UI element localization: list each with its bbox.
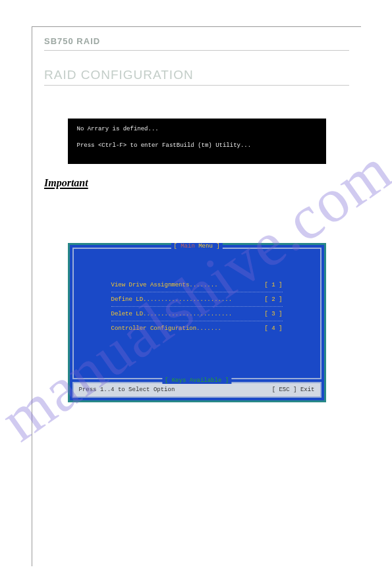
exit-label: Exit	[300, 387, 315, 393]
bios-main-menu-panel: [ Main Menu ] View Drive Assignments....…	[72, 248, 322, 379]
important-text: Be sure to enable the RAID function in B…	[44, 197, 349, 205]
menu-key: [ 3 ]	[264, 311, 282, 317]
document-header: SB750 RAID	[44, 36, 349, 51]
menu-key: [ 1 ]	[264, 282, 282, 288]
menu-item-view-drives[interactable]: View Drive Assignments........ [ 1 ]	[111, 278, 283, 292]
page-content: SB750 RAID RAID CONFIGURATION When the s…	[32, 26, 361, 566]
bios-keys-title: [ Keys Available ]	[162, 377, 231, 384]
menu-label: Define LD.........................	[111, 296, 233, 303]
menu-item-delete-ld[interactable]: Delete LD......................... [ 3 ]	[111, 307, 283, 321]
keys-exit-group: [ ESC ] Exit	[272, 387, 315, 393]
fastbuild-heading: FastBuild (tm) Utility	[44, 217, 349, 225]
menu-label: Delete LD.........................	[111, 311, 233, 317]
bios-keys-panel: [ Keys Available ] Press 1..4 to Select …	[72, 382, 322, 398]
bios-menu-list: View Drive Assignments........ [ 1 ] Def…	[111, 278, 283, 335]
menu-key: [ 4 ]	[264, 325, 282, 332]
section-title: RAID CONFIGURATION	[44, 68, 349, 86]
keys-instruction: Press 1..4 to Select Option	[79, 387, 175, 393]
bracket-right: ]	[216, 243, 219, 250]
intro-text: When the system powers on, press the <CT…	[44, 94, 349, 101]
title-menu-word: Menu	[198, 243, 213, 250]
esc-key-label: [ ESC ]	[272, 387, 297, 393]
bios-main-menu-title: [ Main Menu ]	[171, 243, 222, 250]
bracket-left: [	[173, 243, 177, 250]
title-main-word: Main	[181, 243, 195, 250]
menu-item-define-ld[interactable]: Define LD......................... [ 2 ]	[111, 292, 283, 307]
bios-screen: [ Main Menu ] View Drive Assignments....…	[68, 243, 326, 402]
menu-item-controller-config[interactable]: Controller Configuration....... [ 4 ]	[111, 321, 283, 335]
menu-key: [ 2 ]	[264, 296, 282, 303]
menu-label: View Drive Assignments........	[111, 282, 218, 288]
terminal-line-2: Press <Ctrl-F> to enter FastBuild (tm) U…	[77, 142, 317, 150]
terminal-line-1: No Arrary is defined...	[77, 125, 317, 134]
menu-label: Controller Configuration.......	[111, 325, 221, 332]
bios-keys-content: Press 1..4 to Select Option [ ESC ] Exit	[79, 387, 315, 393]
fastbuild-text: The FastBuild Utility contains several m…	[44, 228, 349, 236]
page-number: B-2	[192, 552, 201, 558]
terminal-box: No Arrary is defined... Press <Ctrl-F> t…	[68, 119, 326, 164]
important-heading: Important	[44, 177, 349, 189]
